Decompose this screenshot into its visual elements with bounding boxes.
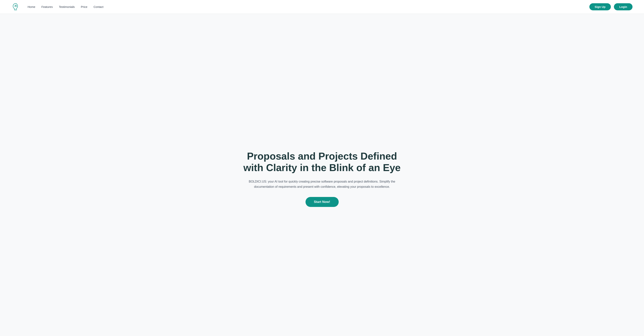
sidebar-item-features[interactable]: Features — [42, 5, 53, 9]
sidebar-item-contact[interactable]: Contact — [94, 5, 104, 9]
testimonials-link[interactable]: Testimonials — [59, 5, 75, 9]
logo-icon — [12, 3, 20, 11]
sidebar-item-price[interactable]: Price — [81, 5, 88, 9]
price-link[interactable]: Price — [81, 5, 88, 9]
contact-link[interactable]: Contact — [94, 5, 104, 9]
sidebar-item-home[interactable]: Home — [28, 5, 35, 9]
logo-container — [12, 3, 20, 11]
hero-title: Proposals and Projects Defined with Clar… — [236, 151, 408, 174]
svg-line-5 — [16, 5, 17, 6]
hero-section: Proposals and Projects Defined with Clar… — [0, 14, 644, 336]
sidebar-item-testimonials[interactable]: Testimonials — [59, 5, 75, 9]
features-link[interactable]: Features — [42, 5, 53, 9]
navbar-left: Home Features Testimonials Price Contact — [12, 3, 104, 11]
login-button[interactable]: Login — [614, 3, 632, 10]
signup-button[interactable]: Sign Up — [590, 3, 611, 10]
hero-subtitle: BOLDICI.US: your AI tool for quickly cre… — [240, 179, 404, 189]
home-link[interactable]: Home — [28, 5, 35, 9]
navbar-right: Sign Up Login — [590, 3, 633, 10]
svg-line-4 — [15, 5, 16, 6]
navbar: Home Features Testimonials Price Contact… — [0, 0, 644, 14]
start-now-button[interactable]: Start Now! — [306, 197, 339, 207]
nav-links: Home Features Testimonials Price Contact — [28, 5, 104, 9]
